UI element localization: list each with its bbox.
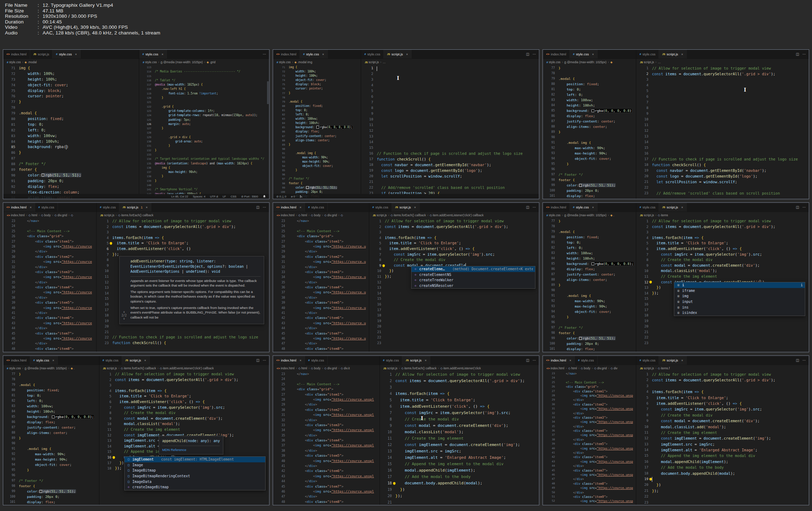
code-editor[interactable]: 1// Allow for selection of image to trig… xyxy=(99,371,269,505)
close-icon[interactable]: × xyxy=(300,206,301,209)
tab-style-css[interactable]: #style.css xyxy=(636,356,659,365)
breadcrumb-item[interactable]: ◇ body xyxy=(41,213,51,217)
more-actions-icon[interactable]: ⋯ xyxy=(263,205,266,209)
tab-style-css[interactable]: #style.css× xyxy=(570,203,598,212)
breadcrumb-item[interactable]: ◇ item.addEventListener('click') callbac… xyxy=(430,213,484,217)
breadcrumb-item[interactable]: {} @media (max-width: 1025px) xyxy=(24,366,67,370)
close-icon[interactable]: × xyxy=(322,53,324,56)
autocomplete-item[interactable]: ▤ins xyxy=(674,304,805,310)
tab-style-css[interactable]: #style.css× xyxy=(53,50,80,59)
lightbulb-icon[interactable] xyxy=(649,281,652,283)
code-editor[interactable]: 1// Allow for selection of image to trig… xyxy=(97,218,269,352)
status-item[interactable] xyxy=(263,195,266,198)
code-editor[interactable]: 77}7879.modal {80 position: fixed;81 top… xyxy=(543,65,636,199)
breadcrumb-item[interactable]: ◇ items.f xyxy=(658,366,670,370)
breadcrumb-item[interactable]: ◇ items.forEach() callback xyxy=(121,366,156,370)
breadcrumb-item[interactable]: ◈ .modal img xyxy=(294,60,312,64)
status-item[interactable]: LF xyxy=(223,195,226,198)
tab-index-html[interactable]: <>index.html× xyxy=(543,356,575,365)
more-actions-icon[interactable]: ⋯ xyxy=(802,358,806,362)
close-icon[interactable]: × xyxy=(30,206,32,209)
code-editor[interactable]: 71img {72 width: 100%;73 height: 100%;74… xyxy=(3,65,139,199)
close-icon[interactable]: × xyxy=(75,53,77,56)
tab-style-css[interactable]: #style.css× xyxy=(30,356,58,365)
breadcrumb-item[interactable]: ◇ div.grid xyxy=(594,366,607,370)
code-editor[interactable]: 1// Allow for selection of image to trig… xyxy=(636,65,809,199)
breadcrumb-item[interactable]: ◇ html xyxy=(298,213,307,217)
tab-style-css[interactable]: #style.css× xyxy=(300,50,328,59)
more-actions-icon[interactable]: ⋯ xyxy=(263,52,266,56)
breadcrumb-item[interactable]: ◇ items.forEach() callback xyxy=(401,366,436,370)
tab-script-js[interactable]: JSscript.js xyxy=(30,50,53,59)
close-icon[interactable]: × xyxy=(162,53,163,56)
split-editor-icon[interactable]: ◫ xyxy=(256,358,260,362)
more-actions-icon[interactable]: ⋯ xyxy=(263,358,266,362)
mdn-reference-link[interactable]: MDN Reference xyxy=(162,448,220,452)
autocomplete-item[interactable]: □imgElementconst imgElement: HTMLImageEl… xyxy=(125,457,265,462)
tab-index-html[interactable]: <>index.html xyxy=(543,50,570,59)
tab-index-html[interactable]: <>index.html xyxy=(3,50,30,59)
tab-script-js[interactable]: JSscript.js× xyxy=(122,356,150,365)
code-editor[interactable]: 1// Allow for selection of image to trig… xyxy=(636,218,809,352)
split-editor-icon[interactable]: ◫ xyxy=(526,52,529,56)
breadcrumb-item[interactable]: # style.css xyxy=(7,366,21,370)
status-item[interactable]: ⌀ 0 xyxy=(291,195,295,198)
code-editor[interactable]: 23 </nav>2425 <!-- Main Content -->26 <d… xyxy=(273,371,380,505)
tab-script-js[interactable]: JSscript.js× xyxy=(659,50,687,59)
breadcrumb-item[interactable]: JS script.js xyxy=(640,60,654,64)
code-editor[interactable]: 23 </nav>2425 <!-- Main Content -->26 <d… xyxy=(273,218,369,352)
status-item[interactable]: ⊘ 0 △ 0 xyxy=(276,195,286,198)
breadcrumb-item[interactable]: {} @media (max-width: 1025px) xyxy=(564,213,606,217)
close-icon[interactable]: × xyxy=(592,53,594,56)
tab-index-html[interactable]: <>index.html xyxy=(273,50,300,59)
close-icon[interactable]: × xyxy=(53,359,54,362)
lightbulb-icon[interactable] xyxy=(382,264,385,267)
breadcrumb-item[interactable]: # style.css xyxy=(7,60,21,64)
code-editor[interactable]: 71img {72 width: 100%;73 height: 100%;74… xyxy=(273,65,361,199)
bell-icon[interactable] xyxy=(263,195,266,198)
split-editor-icon[interactable]: ◫ xyxy=(526,205,529,209)
lightbulb-icon[interactable] xyxy=(110,242,112,245)
breadcrumb-item[interactable]: ◇ html xyxy=(298,366,307,370)
autocomplete-item[interactable]: □ImageBitmap xyxy=(125,468,265,473)
split-editor-icon[interactable]: ◫ xyxy=(526,358,529,362)
breadcrumb-item[interactable]: JS script.js xyxy=(640,213,654,217)
breadcrumb-item[interactable]: # style.css xyxy=(277,60,290,64)
more-actions-icon[interactable]: ⋯ xyxy=(533,205,536,209)
split-editor-icon[interactable]: ◫ xyxy=(796,205,799,209)
tab-style-css[interactable]: #style.css xyxy=(99,356,122,365)
more-actions-icon[interactable]: ⋯ xyxy=(802,52,806,56)
tab-index-html[interactable]: <>index.html× xyxy=(273,356,305,365)
scrollbar-thumb[interactable] xyxy=(267,81,269,104)
breadcrumb-item[interactable]: ◇ div xyxy=(611,366,617,370)
breadcrumb-item[interactable]: ◇ xyxy=(341,213,343,217)
tab-index-html[interactable]: <>index.html× xyxy=(3,203,35,212)
tab-style-css[interactable]: #style.css× xyxy=(570,50,598,59)
close-icon[interactable]: × xyxy=(406,53,408,56)
close-icon[interactable]: × xyxy=(681,206,683,209)
code-editor[interactable]: 12345678910111213141516// Function to ch… xyxy=(361,65,539,199)
more-actions-icon[interactable]: ⋯ xyxy=(533,52,536,56)
breadcrumb-item[interactable]: ◈ . xyxy=(610,213,614,217)
breadcrumb-item[interactable]: <> index.html xyxy=(277,213,294,217)
breadcrumb-item[interactable]: ◇ xyxy=(71,213,73,217)
close-icon[interactable]: × xyxy=(300,359,301,362)
tab-script-js[interactable]: JSscript.js× xyxy=(659,356,687,365)
tab-style-css[interactable]: #style.css xyxy=(361,50,384,59)
tab-style-css[interactable]: #style.css xyxy=(97,203,119,212)
breadcrumb-item[interactable]: ◈ . xyxy=(71,366,75,370)
breadcrumb-item[interactable]: # style.css xyxy=(546,213,560,217)
breadcrumb-item[interactable]: … xyxy=(383,60,386,64)
autocomplete-item[interactable]: ◇createImageBitmap xyxy=(125,484,265,490)
close-icon[interactable]: × xyxy=(146,206,148,209)
close-icon[interactable]: × xyxy=(681,359,683,362)
tab-style-css[interactable]: #style.css xyxy=(35,203,58,212)
breadcrumb-item[interactable]: <> index.html xyxy=(7,213,24,217)
breadcrumb-item[interactable]: ◈ xyxy=(610,60,612,64)
autocomplete-item[interactable]: ▤isindex xyxy=(674,310,805,316)
tab-script-js[interactable]: JSscript.js× xyxy=(402,356,430,365)
close-icon[interactable]: × xyxy=(681,53,683,56)
breadcrumb-item[interactable]: ◇ items.forEach() callback xyxy=(118,213,153,217)
tab-index-html[interactable]: <>index.html xyxy=(3,356,30,365)
tab-script-js[interactable]: JSscript.js1× xyxy=(119,203,151,212)
